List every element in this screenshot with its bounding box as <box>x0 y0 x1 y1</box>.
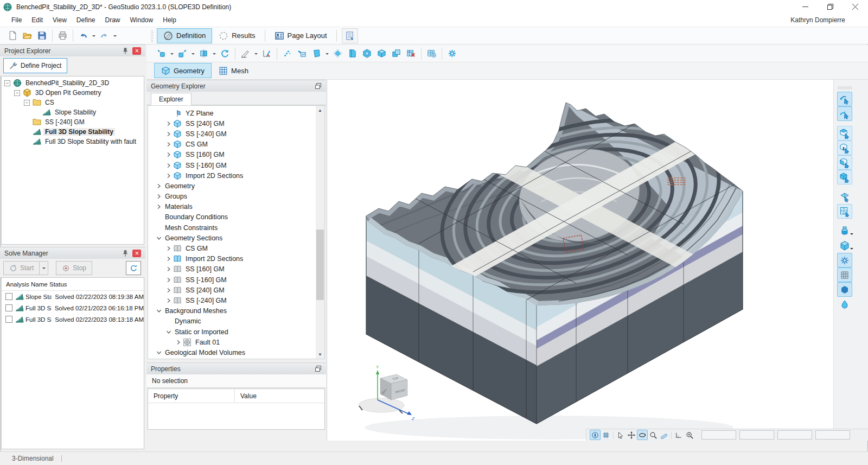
expander-icon[interactable] <box>164 296 173 305</box>
pe-tree-item[interactable]: −CS <box>2 98 144 107</box>
view-cube-widget[interactable]: TOP LEFT FRONT Y Z <box>359 365 415 421</box>
ge-tree-item[interactable]: Static or Imported <box>148 327 324 337</box>
new-file-button[interactable] <box>5 28 20 43</box>
volume-box-button[interactable] <box>374 46 389 61</box>
pe-tree-item[interactable]: SS [-240] GM <box>2 117 144 127</box>
ge-tree-item[interactable]: SS [160] GM <box>148 150 324 160</box>
toggle-mesh-display-button[interactable] <box>837 267 852 282</box>
copy-points-button[interactable] <box>175 46 190 61</box>
zoom-window-button[interactable] <box>684 430 695 440</box>
expander-icon[interactable] <box>164 161 173 170</box>
menu-view[interactable]: View <box>48 14 72 27</box>
rotate-geometry-button[interactable] <box>218 46 232 61</box>
analysis-row[interactable]: Full 3D Sl...Solved 02/21/2023 06:16:18 … <box>2 302 144 314</box>
toggle-lighting-button[interactable] <box>837 253 852 267</box>
ge-tree-item[interactable]: Dynamic <box>148 316 324 327</box>
stop-button[interactable]: Stop <box>56 261 92 275</box>
expander-icon[interactable] <box>164 130 173 138</box>
draw-points-button[interactable] <box>280 46 295 61</box>
scroll-down-icon[interactable]: ▼ <box>316 350 324 359</box>
zoom-view-button[interactable] <box>648 430 659 440</box>
pe-tree-item[interactable]: −3D Open Pit Geometry <box>2 88 144 98</box>
expander-icon[interactable] <box>164 276 173 284</box>
ge-tree-item[interactable]: Background Meshes <box>148 306 324 316</box>
pe-tree-item[interactable]: −BenchedPit_Stability_2D_3D <box>2 78 144 88</box>
3d-model-canvas[interactable]: TOP LEFT FRONT Y Z <box>327 80 834 441</box>
move-points-button[interactable] <box>154 46 169 61</box>
analysis-row[interactable]: Slope Sta...Solved 02/22/2023 08:19:38 A… <box>2 291 144 302</box>
import-regions-button[interactable] <box>295 46 309 61</box>
expander-icon[interactable] <box>174 338 183 347</box>
tab-mesh[interactable]: Mesh <box>212 63 256 78</box>
expander-icon[interactable] <box>155 234 163 243</box>
pin-icon[interactable] <box>122 47 129 55</box>
move-points-dropdown[interactable] <box>169 46 175 61</box>
ge-tree-item[interactable]: SS [-160] GM <box>148 275 324 285</box>
toggle-shading-button[interactable] <box>837 282 852 297</box>
close-panel-icon[interactable] <box>132 250 141 257</box>
ge-tree-item[interactable]: SS [160] GM <box>148 264 324 275</box>
tab-explorer[interactable]: Explorer <box>151 93 192 105</box>
redo-button[interactable] <box>97 28 112 43</box>
float-panel-icon[interactable] <box>315 82 322 90</box>
menu-edit[interactable]: Edit <box>27 14 48 27</box>
undo-dropdown[interactable] <box>91 28 97 43</box>
start-button[interactable]: Start <box>3 261 40 275</box>
pe-tree-item[interactable]: Full 3D Slope Stability <box>2 127 144 137</box>
sketch-button[interactable] <box>238 46 253 61</box>
ge-tree-item[interactable]: YZ Plane <box>148 108 324 118</box>
select-points-button[interactable] <box>837 92 852 106</box>
expander-icon[interactable] <box>164 140 173 149</box>
ge-tree-item[interactable]: Materials <box>148 202 324 212</box>
ge-tree-item[interactable]: SS [240] GM <box>148 118 324 129</box>
select-faces-button[interactable] <box>837 126 852 141</box>
snap-axis-button[interactable] <box>259 46 274 61</box>
ge-tree-item[interactable]: Import 2D Sections <box>148 254 324 264</box>
expander-icon[interactable] <box>164 119 173 128</box>
refresh-button[interactable] <box>126 261 141 275</box>
open-file-button[interactable] <box>20 28 35 43</box>
restore-button[interactable] <box>818 0 843 14</box>
analysis-row[interactable]: Full 3D Sl...Solved 02/22/2023 08:13:18 … <box>2 314 144 325</box>
ge-tree-item[interactable]: CS GM <box>148 139 324 150</box>
menu-draw[interactable]: Draw <box>100 14 125 27</box>
scroll-up-icon[interactable]: ▲ <box>316 106 324 114</box>
volume-hex-button[interactable] <box>360 46 374 61</box>
analysis-checkbox[interactable] <box>5 316 12 323</box>
undo-button[interactable] <box>76 28 91 43</box>
toggle-axis-triad-button[interactable] <box>590 430 601 440</box>
ge-tree-item[interactable]: Groups <box>148 192 324 202</box>
expander-icon[interactable] <box>155 182 163 190</box>
ge-tree-item[interactable]: Boundary Conditions <box>148 212 324 222</box>
close-button[interactable] <box>843 0 867 14</box>
expander-icon[interactable]: − <box>24 100 30 106</box>
ge-tree-item[interactable]: Geometry Sections <box>148 233 324 243</box>
ge-tree-item[interactable]: Fault 01 <box>148 337 324 347</box>
expander-icon[interactable] <box>164 328 173 336</box>
draw-regions-button[interactable] <box>309 46 324 61</box>
ge-tree-item[interactable]: SS [-240] GM <box>148 295 324 305</box>
mirror-geometry-dropdown[interactable] <box>211 46 218 61</box>
delete-geometry-button[interactable] <box>404 46 418 61</box>
expander-icon[interactable] <box>155 307 163 315</box>
expander-icon[interactable] <box>164 171 173 180</box>
view-orientation-button[interactable] <box>837 238 852 253</box>
menu-help[interactable]: Help <box>158 14 181 27</box>
ge-tree-item[interactable]: Import 2D Sections <box>148 170 324 181</box>
tree-scrollbar[interactable]: ▲ ▼ <box>316 106 324 359</box>
float-panel-icon[interactable] <box>315 365 322 372</box>
pe-tree-item[interactable]: Slope Stability <box>2 107 144 117</box>
mirror-geometry-button[interactable] <box>196 46 211 61</box>
select-cells-button[interactable] <box>837 155 852 170</box>
expander-icon[interactable]: − <box>4 80 10 86</box>
tab-results[interactable]: Results <box>212 28 261 43</box>
scroll-thumb[interactable] <box>316 230 324 300</box>
select-meshes-button[interactable] <box>837 204 852 219</box>
print-button[interactable] <box>55 28 70 43</box>
3d-viewport[interactable]: TOP LEFT FRONT Y Z <box>327 80 833 441</box>
select-volumes-button[interactable] <box>837 170 852 184</box>
geometry-settings-button[interactable] <box>445 46 459 61</box>
toggle-water-button[interactable] <box>837 297 852 311</box>
pin-icon[interactable] <box>122 250 129 257</box>
expander-icon[interactable] <box>155 348 163 357</box>
